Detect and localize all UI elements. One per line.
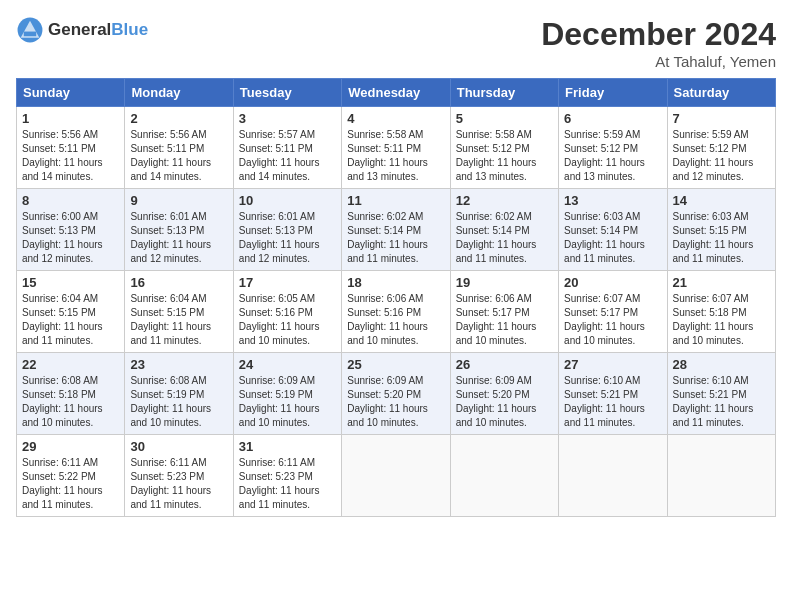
calendar-day-cell: 9Sunrise: 6:01 AM Sunset: 5:13 PM Daylig… bbox=[125, 189, 233, 271]
day-number: 18 bbox=[347, 275, 444, 290]
calendar-day-cell: 24Sunrise: 6:09 AM Sunset: 5:19 PM Dayli… bbox=[233, 353, 341, 435]
day-number: 10 bbox=[239, 193, 336, 208]
day-info: Sunrise: 6:11 AM Sunset: 5:22 PM Dayligh… bbox=[22, 456, 119, 512]
day-info: Sunrise: 6:08 AM Sunset: 5:18 PM Dayligh… bbox=[22, 374, 119, 430]
calendar-week-row: 29Sunrise: 6:11 AM Sunset: 5:22 PM Dayli… bbox=[17, 435, 776, 517]
calendar-day-cell: 2Sunrise: 5:56 AM Sunset: 5:11 PM Daylig… bbox=[125, 107, 233, 189]
calendar-day-cell: 16Sunrise: 6:04 AM Sunset: 5:15 PM Dayli… bbox=[125, 271, 233, 353]
weekday-header-cell: Friday bbox=[559, 79, 667, 107]
day-info: Sunrise: 6:04 AM Sunset: 5:15 PM Dayligh… bbox=[130, 292, 227, 348]
calendar-day-cell: 14Sunrise: 6:03 AM Sunset: 5:15 PM Dayli… bbox=[667, 189, 775, 271]
day-number: 24 bbox=[239, 357, 336, 372]
day-number: 29 bbox=[22, 439, 119, 454]
day-info: Sunrise: 6:11 AM Sunset: 5:23 PM Dayligh… bbox=[239, 456, 336, 512]
calendar-day-cell: 18Sunrise: 6:06 AM Sunset: 5:16 PM Dayli… bbox=[342, 271, 450, 353]
day-number: 26 bbox=[456, 357, 553, 372]
day-info: Sunrise: 6:09 AM Sunset: 5:20 PM Dayligh… bbox=[347, 374, 444, 430]
calendar-day-cell: 13Sunrise: 6:03 AM Sunset: 5:14 PM Dayli… bbox=[559, 189, 667, 271]
calendar-day-cell bbox=[450, 435, 558, 517]
calendar-week-row: 8Sunrise: 6:00 AM Sunset: 5:13 PM Daylig… bbox=[17, 189, 776, 271]
calendar-day-cell: 29Sunrise: 6:11 AM Sunset: 5:22 PM Dayli… bbox=[17, 435, 125, 517]
calendar-day-cell: 23Sunrise: 6:08 AM Sunset: 5:19 PM Dayli… bbox=[125, 353, 233, 435]
calendar-table: SundayMondayTuesdayWednesdayThursdayFrid… bbox=[16, 78, 776, 517]
day-info: Sunrise: 6:00 AM Sunset: 5:13 PM Dayligh… bbox=[22, 210, 119, 266]
calendar-day-cell: 19Sunrise: 6:06 AM Sunset: 5:17 PM Dayli… bbox=[450, 271, 558, 353]
day-info: Sunrise: 6:09 AM Sunset: 5:19 PM Dayligh… bbox=[239, 374, 336, 430]
logo-text: General Blue bbox=[48, 20, 148, 40]
calendar-day-cell: 28Sunrise: 6:10 AM Sunset: 5:21 PM Dayli… bbox=[667, 353, 775, 435]
calendar-day-cell bbox=[342, 435, 450, 517]
location-title: At Tahaluf, Yemen bbox=[541, 53, 776, 70]
calendar-day-cell: 22Sunrise: 6:08 AM Sunset: 5:18 PM Dayli… bbox=[17, 353, 125, 435]
day-info: Sunrise: 6:11 AM Sunset: 5:23 PM Dayligh… bbox=[130, 456, 227, 512]
day-number: 25 bbox=[347, 357, 444, 372]
day-number: 28 bbox=[673, 357, 770, 372]
day-info: Sunrise: 5:56 AM Sunset: 5:11 PM Dayligh… bbox=[130, 128, 227, 184]
calendar-day-cell: 8Sunrise: 6:00 AM Sunset: 5:13 PM Daylig… bbox=[17, 189, 125, 271]
day-info: Sunrise: 6:08 AM Sunset: 5:19 PM Dayligh… bbox=[130, 374, 227, 430]
calendar-day-cell: 17Sunrise: 6:05 AM Sunset: 5:16 PM Dayli… bbox=[233, 271, 341, 353]
day-number: 22 bbox=[22, 357, 119, 372]
month-title: December 2024 bbox=[541, 16, 776, 53]
day-number: 15 bbox=[22, 275, 119, 290]
weekday-header-cell: Sunday bbox=[17, 79, 125, 107]
logo: General Blue bbox=[16, 16, 148, 44]
day-info: Sunrise: 6:07 AM Sunset: 5:17 PM Dayligh… bbox=[564, 292, 661, 348]
calendar-day-cell: 7Sunrise: 5:59 AM Sunset: 5:12 PM Daylig… bbox=[667, 107, 775, 189]
day-number: 21 bbox=[673, 275, 770, 290]
day-info: Sunrise: 6:10 AM Sunset: 5:21 PM Dayligh… bbox=[564, 374, 661, 430]
day-info: Sunrise: 6:09 AM Sunset: 5:20 PM Dayligh… bbox=[456, 374, 553, 430]
day-number: 11 bbox=[347, 193, 444, 208]
calendar-day-cell: 5Sunrise: 5:58 AM Sunset: 5:12 PM Daylig… bbox=[450, 107, 558, 189]
title-area: December 2024 At Tahaluf, Yemen bbox=[541, 16, 776, 70]
weekday-header-row: SundayMondayTuesdayWednesdayThursdayFrid… bbox=[17, 79, 776, 107]
logo-blue: Blue bbox=[111, 20, 148, 40]
svg-rect-2 bbox=[24, 32, 36, 37]
day-info: Sunrise: 6:04 AM Sunset: 5:15 PM Dayligh… bbox=[22, 292, 119, 348]
calendar-day-cell: 20Sunrise: 6:07 AM Sunset: 5:17 PM Dayli… bbox=[559, 271, 667, 353]
calendar-body: 1Sunrise: 5:56 AM Sunset: 5:11 PM Daylig… bbox=[17, 107, 776, 517]
weekday-header-cell: Monday bbox=[125, 79, 233, 107]
day-info: Sunrise: 5:56 AM Sunset: 5:11 PM Dayligh… bbox=[22, 128, 119, 184]
calendar-day-cell: 4Sunrise: 5:58 AM Sunset: 5:11 PM Daylig… bbox=[342, 107, 450, 189]
calendar-day-cell: 12Sunrise: 6:02 AM Sunset: 5:14 PM Dayli… bbox=[450, 189, 558, 271]
calendar-day-cell: 25Sunrise: 6:09 AM Sunset: 5:20 PM Dayli… bbox=[342, 353, 450, 435]
day-info: Sunrise: 6:06 AM Sunset: 5:17 PM Dayligh… bbox=[456, 292, 553, 348]
logo-general: General bbox=[48, 20, 111, 40]
day-number: 12 bbox=[456, 193, 553, 208]
day-number: 19 bbox=[456, 275, 553, 290]
day-number: 13 bbox=[564, 193, 661, 208]
calendar-day-cell: 15Sunrise: 6:04 AM Sunset: 5:15 PM Dayli… bbox=[17, 271, 125, 353]
day-info: Sunrise: 6:10 AM Sunset: 5:21 PM Dayligh… bbox=[673, 374, 770, 430]
day-number: 9 bbox=[130, 193, 227, 208]
weekday-header-cell: Wednesday bbox=[342, 79, 450, 107]
day-number: 7 bbox=[673, 111, 770, 126]
calendar-day-cell: 30Sunrise: 6:11 AM Sunset: 5:23 PM Dayli… bbox=[125, 435, 233, 517]
calendar-day-cell: 26Sunrise: 6:09 AM Sunset: 5:20 PM Dayli… bbox=[450, 353, 558, 435]
header: General Blue December 2024 At Tahaluf, Y… bbox=[16, 16, 776, 70]
day-number: 4 bbox=[347, 111, 444, 126]
weekday-header-cell: Tuesday bbox=[233, 79, 341, 107]
day-info: Sunrise: 6:07 AM Sunset: 5:18 PM Dayligh… bbox=[673, 292, 770, 348]
day-info: Sunrise: 6:02 AM Sunset: 5:14 PM Dayligh… bbox=[347, 210, 444, 266]
calendar-day-cell bbox=[559, 435, 667, 517]
day-number: 30 bbox=[130, 439, 227, 454]
day-number: 31 bbox=[239, 439, 336, 454]
day-number: 16 bbox=[130, 275, 227, 290]
calendar-day-cell: 21Sunrise: 6:07 AM Sunset: 5:18 PM Dayli… bbox=[667, 271, 775, 353]
logo-icon bbox=[16, 16, 44, 44]
calendar-day-cell: 11Sunrise: 6:02 AM Sunset: 5:14 PM Dayli… bbox=[342, 189, 450, 271]
day-info: Sunrise: 6:02 AM Sunset: 5:14 PM Dayligh… bbox=[456, 210, 553, 266]
calendar-week-row: 15Sunrise: 6:04 AM Sunset: 5:15 PM Dayli… bbox=[17, 271, 776, 353]
day-number: 2 bbox=[130, 111, 227, 126]
calendar-week-row: 22Sunrise: 6:08 AM Sunset: 5:18 PM Dayli… bbox=[17, 353, 776, 435]
day-info: Sunrise: 5:57 AM Sunset: 5:11 PM Dayligh… bbox=[239, 128, 336, 184]
calendar-day-cell: 1Sunrise: 5:56 AM Sunset: 5:11 PM Daylig… bbox=[17, 107, 125, 189]
weekday-header-cell: Thursday bbox=[450, 79, 558, 107]
day-info: Sunrise: 6:01 AM Sunset: 5:13 PM Dayligh… bbox=[130, 210, 227, 266]
day-info: Sunrise: 6:06 AM Sunset: 5:16 PM Dayligh… bbox=[347, 292, 444, 348]
weekday-header-cell: Saturday bbox=[667, 79, 775, 107]
day-info: Sunrise: 6:03 AM Sunset: 5:15 PM Dayligh… bbox=[673, 210, 770, 266]
day-info: Sunrise: 5:58 AM Sunset: 5:11 PM Dayligh… bbox=[347, 128, 444, 184]
calendar-week-row: 1Sunrise: 5:56 AM Sunset: 5:11 PM Daylig… bbox=[17, 107, 776, 189]
